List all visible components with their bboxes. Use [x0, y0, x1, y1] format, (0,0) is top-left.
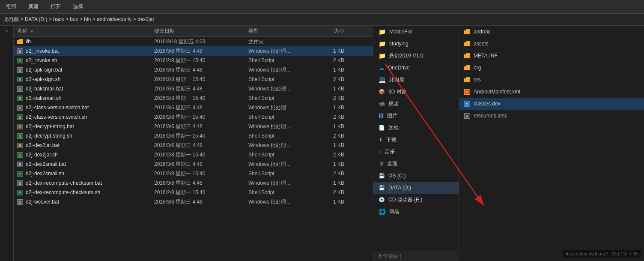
file-date: 2016/3/6 星期日 4:48: [151, 161, 245, 168]
nav-this-pc[interactable]: 💻此电脑: [373, 74, 459, 86]
toolbar-open[interactable]: 打开: [48, 2, 63, 11]
file-type: Windows 批处理...: [245, 123, 313, 130]
nav-sys-folder[interactable]: 🖼图片: [373, 110, 459, 122]
right-panel-item[interactable]: assets: [459, 38, 644, 50]
toolbar: 组织 新建 打开 选择: [0, 0, 644, 14]
table-row[interactable]: S d2j_invoke.sh 2016/2/8 星期一 15:40 Shell…: [14, 56, 373, 65]
middle-panel: 📁MobileFile📁studying📁悬剑2019-V1.0.☁OneDri…: [373, 26, 459, 261]
file-date: 2016/3/6 星期日 4:48: [151, 104, 245, 111]
computer-icon: 💻: [379, 76, 386, 83]
table-row[interactable]: B d2j-dex2jar.bat 2016/3/6 星期日 4:48 Wind…: [14, 141, 373, 150]
nav-drive-item[interactable]: 💿CD 驱动器 (E:): [373, 194, 459, 206]
computer-label: 此电脑: [389, 76, 405, 84]
table-row[interactable]: B d2j-weaver.bat 2016/3/6 星期日 4:48 Windo…: [14, 197, 373, 207]
table-row[interactable]: S d2j-baksmali.sh 2016/2/8 星期一 15:40 She…: [14, 93, 373, 103]
table-row[interactable]: S d2j-apk-sign.sh 2016/2/8 星期一 15:40 She…: [14, 75, 373, 84]
file-name: d2j-dex2smali.bat: [26, 161, 66, 167]
sys-folder-icon: 📦: [379, 89, 385, 95]
nav-onedrive[interactable]: ☁OneDrive: [373, 62, 459, 74]
sys-folder-icon: ♪: [379, 149, 381, 155]
right-panel-item[interactable]: Dclasses.dex: [459, 98, 644, 110]
sh-icon: S: [17, 152, 23, 158]
file-name: d2j-dex2smali.sh: [26, 171, 64, 177]
folder-right-icon: [464, 77, 470, 82]
xml-icon: X: [464, 89, 470, 95]
table-row[interactable]: B d2j-baksmali.bat 2016/3/6 星期日 4:48 Win…: [14, 84, 373, 93]
file-type: Windows 批处理...: [245, 161, 313, 168]
file-date: 2016/2/8 星期一 15:40: [151, 95, 245, 102]
nav-sys-folder[interactable]: 📄文档: [373, 122, 459, 134]
folder-right-icon: [464, 53, 470, 58]
table-row[interactable]: B d2j-class-version-switch.bat 2016/3/6 …: [14, 103, 373, 112]
nav-sys-folder[interactable]: 📦3D 对象: [373, 86, 459, 98]
right-panel-item[interactable]: META-INF: [459, 50, 644, 62]
file-type: Shell Script: [245, 152, 313, 158]
table-row[interactable]: B d2j-dex-recompute-checksum.bat 2016/3/…: [14, 178, 373, 188]
sys-folder-label: 文档: [388, 124, 399, 132]
nav-folder-item[interactable]: 📁MobileFile: [373, 26, 459, 38]
folder-nav-icon: 📁: [379, 28, 386, 35]
right-item-name: META-INF: [474, 53, 498, 59]
nav-sys-folder[interactable]: 📹视频: [373, 98, 459, 110]
table-row[interactable]: B d2j-apk-sign.bat 2016/3/6 星期日 4:48 Win…: [14, 65, 373, 75]
nav-drive-item[interactable]: 💾DATA (D:): [373, 182, 459, 194]
file-date: 2016/2/8 星期一 15:40: [151, 76, 245, 83]
right-item-name: org: [474, 65, 481, 71]
col-header-size[interactable]: 大小: [313, 27, 348, 35]
nav-network[interactable]: 🌐网络: [373, 206, 459, 218]
bat-icon: B: [17, 86, 23, 92]
nav-folder-item[interactable]: 📁悬剑2019-V1.0.: [373, 50, 459, 62]
sh-icon: S: [17, 96, 23, 101]
file-size: 2 KB: [313, 152, 348, 158]
file-date: 2016/3/6 星期日 4:48: [151, 198, 245, 206]
file-size: 2 KB: [313, 189, 348, 195]
table-row[interactable]: S d2j-decrypt-string.sh 2016/2/8 星期一 15:…: [14, 131, 373, 141]
table-row[interactable]: B d2j-decrypt-string.bat 2016/3/6 星期日 4:…: [14, 122, 373, 131]
table-row[interactable]: S d2j-dex2jar.sh 2016/2/8 星期一 15:40 Shel…: [14, 150, 373, 159]
file-date: 2016/2/8 星期一 15:40: [151, 57, 245, 64]
onedrive-label: OneDrive: [388, 65, 410, 71]
right-panel-item[interactable]: org: [459, 62, 644, 74]
nav-sys-folder[interactable]: 🖥桌面: [373, 158, 459, 170]
nav-drive-item[interactable]: 💾OS (C:): [373, 170, 459, 182]
bat-icon: B: [17, 105, 23, 111]
right-item-name: android: [474, 29, 491, 35]
drive-label: OS (C:): [388, 173, 406, 179]
file-name: d2j-decrypt-string.sh: [26, 133, 72, 139]
toolbar-organize[interactable]: 组织: [3, 2, 19, 11]
right-panel-item[interactable]: Aresources.arsc: [459, 110, 644, 122]
toolbar-select[interactable]: 选择: [70, 2, 86, 11]
file-size: 2 KB: [313, 76, 348, 82]
file-size: 1 KB: [313, 86, 348, 92]
right-panel-item[interactable]: res: [459, 74, 644, 86]
file-name: d2j-dex-recompute-checksum.bat: [26, 180, 102, 186]
bat-icon: B: [17, 48, 23, 54]
right-panel-item[interactable]: XAndroidManifest.xml: [459, 86, 644, 98]
file-name: d2j-apk-sign.sh: [26, 76, 60, 82]
folder-right-icon: [464, 65, 470, 70]
left-nav-collapse[interactable]: ∧: [0, 27, 13, 34]
nav-sys-folder[interactable]: ♪音乐: [373, 146, 459, 158]
right-panel-item[interactable]: android: [459, 26, 644, 38]
table-row[interactable]: B d2j_invoke.bat 2016/3/6 星期日 4:48 Windo…: [14, 46, 373, 56]
file-type: Shell Script: [245, 95, 313, 101]
nav-sys-folder[interactable]: ⬇下载: [373, 134, 459, 146]
sys-folder-label: 图片: [387, 112, 397, 120]
file-date: 2016/3/6 星期日 4:48: [151, 180, 245, 187]
col-header-name[interactable]: 名称 ∧: [14, 27, 151, 35]
col-header-type[interactable]: 类型: [245, 27, 313, 35]
folder-nav-icon: 📁: [379, 52, 386, 59]
table-row[interactable]: S d2j-dex-recompute-checksum.sh 2016/2/8…: [14, 188, 373, 197]
nav-folder-item[interactable]: 📁studying: [373, 38, 459, 50]
table-row[interactable]: lib 2016/3/18 星期五 4:03 文件夹: [14, 37, 373, 46]
table-row[interactable]: S d2j-dex2smali.sh 2016/2/8 星期一 15:40 Sh…: [14, 169, 373, 178]
col-header-date[interactable]: 修改日期: [151, 27, 245, 35]
file-date: 2016/2/8 星期一 15:40: [151, 114, 245, 121]
sys-folder-icon: 📄: [379, 125, 385, 131]
toolbar-new[interactable]: 新建: [26, 2, 41, 11]
file-size: 2 KB: [313, 95, 348, 101]
right-item-name: res: [474, 77, 481, 83]
table-row[interactable]: B d2j-dex2smali.bat 2016/3/6 星期日 4:48 Wi…: [14, 159, 373, 169]
table-row[interactable]: S d2j-class-version-switch.sh 2016/2/8 星…: [14, 112, 373, 122]
file-size: 1 KB: [313, 199, 348, 205]
